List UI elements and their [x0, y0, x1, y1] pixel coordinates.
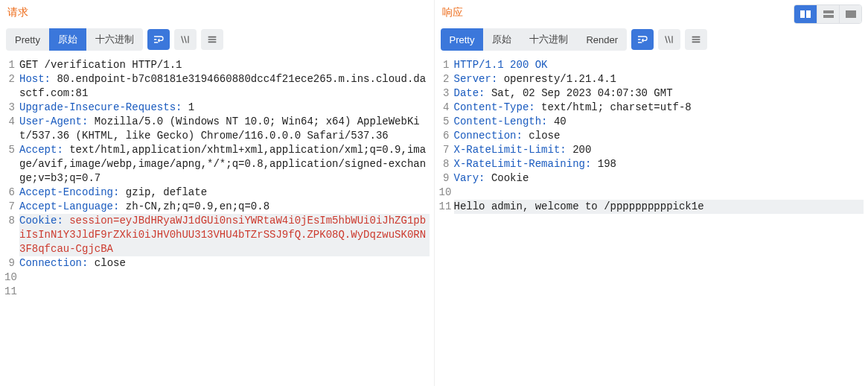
menu-button[interactable] [685, 29, 707, 50]
response-tab-1[interactable]: 原始 [483, 28, 520, 51]
response-gutter: 1234567891011 [439, 58, 454, 380]
show-nonprint-button[interactable] [174, 29, 197, 50]
wrap-button[interactable] [631, 29, 654, 50]
show-nonprint-button[interactable] [658, 29, 680, 50]
layout-columns-button[interactable] [794, 5, 817, 23]
request-toolbar: Pretty原始十六进制 [4, 28, 430, 51]
wrap-button[interactable] [147, 29, 170, 50]
menu-button[interactable] [201, 29, 223, 50]
request-title: 请求 [4, 6, 430, 19]
request-tab-0[interactable]: Pretty [6, 28, 49, 51]
request-panel: 请求 Pretty原始十六进制 1234567891011 GET /verif… [0, 0, 435, 386]
response-tab-0[interactable]: Pretty [441, 28, 484, 51]
svg-rect-0 [800, 10, 805, 18]
http-message-editor: 请求 Pretty原始十六进制 1234567891011 GET /verif… [0, 0, 868, 386]
response-tab-2[interactable]: 十六进制 [520, 28, 577, 51]
request-tab-2[interactable]: 十六进制 [86, 28, 143, 51]
request-view-tabs: Pretty原始十六进制 [6, 28, 143, 51]
svg-rect-1 [806, 10, 811, 18]
response-content[interactable]: HTTP/1.1 200 OKServer: openresty/1.21.4.… [454, 58, 864, 380]
request-tab-1[interactable]: 原始 [49, 28, 86, 51]
request-code-area[interactable]: 1234567891011 GET /verification HTTP/1.1… [4, 55, 430, 380]
svg-rect-2 [823, 10, 834, 13]
request-gutter: 1234567891011 [4, 58, 19, 380]
response-tab-3[interactable]: Render [577, 28, 627, 51]
svg-rect-3 [823, 15, 834, 18]
svg-rect-4 [846, 10, 856, 18]
layout-switch [794, 4, 862, 24]
response-view-tabs: Pretty原始十六进制Render [441, 28, 628, 51]
request-content[interactable]: GET /verification HTTP/1.1Host: 80.endpo… [19, 58, 430, 380]
response-code-area[interactable]: 1234567891011 HTTP/1.1 200 OKServer: ope… [439, 55, 864, 380]
response-panel: 响应 Pretty原始十六进制Render 1234567891011 HTTP… [435, 0, 869, 386]
layout-single-button[interactable] [839, 5, 861, 23]
layout-rows-button[interactable] [817, 5, 839, 23]
response-toolbar: Pretty原始十六进制Render [439, 28, 864, 51]
